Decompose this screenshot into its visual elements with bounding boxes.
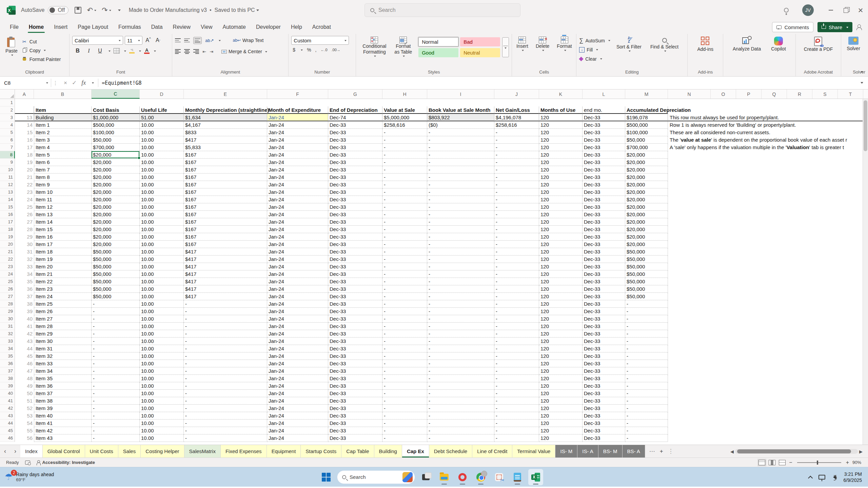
cell-style-good[interactable]: Good bbox=[418, 48, 458, 57]
cell[interactable]: Dec-33 bbox=[328, 248, 382, 256]
cell[interactable]: Item 5 bbox=[34, 151, 92, 159]
cell[interactable]: Jan-24 bbox=[267, 360, 328, 367]
cell[interactable]: Item 33 bbox=[34, 360, 92, 367]
cell[interactable]: - bbox=[382, 382, 427, 390]
cell[interactable]: - bbox=[427, 159, 494, 166]
cell[interactable]: - bbox=[427, 226, 494, 233]
row-number-37[interactable]: 37 bbox=[0, 367, 15, 375]
cell[interactable]: Dec-33 bbox=[328, 270, 382, 278]
cell-ref-number[interactable]: 53 bbox=[15, 412, 34, 420]
cell-ref-number[interactable]: 18 bbox=[15, 151, 34, 159]
cell[interactable]: Jan-24 bbox=[267, 405, 328, 412]
cell[interactable]: 10.00 bbox=[140, 375, 184, 382]
column-title-cell[interactable]: Accumulated Depreciation bbox=[625, 106, 668, 114]
cell[interactable]: - bbox=[427, 256, 494, 263]
cell[interactable]: - bbox=[382, 129, 427, 136]
cell[interactable]: $50,000 bbox=[625, 248, 668, 256]
cell[interactable]: Jan-24 bbox=[267, 308, 328, 315]
note-cell[interactable]: The 'value at sale' is dependent on the … bbox=[668, 136, 868, 144]
note-cell[interactable] bbox=[668, 397, 868, 405]
collapse-ribbon-icon[interactable] bbox=[861, 71, 863, 74]
cell[interactable]: 10.00 bbox=[140, 144, 184, 151]
column-header-C[interactable]: C bbox=[92, 89, 140, 99]
cell[interactable]: Item 9 bbox=[34, 181, 92, 188]
cell[interactable]: - bbox=[494, 323, 539, 330]
note-cell[interactable] bbox=[668, 248, 868, 256]
excel-taskbar-button[interactable]: X bbox=[528, 469, 543, 485]
note-cell[interactable] bbox=[668, 159, 868, 166]
cell[interactable]: - bbox=[382, 241, 427, 248]
insert-cells-button[interactable]: ←Insert bbox=[514, 36, 531, 52]
formula-input[interactable]: =Equipment!G8 bbox=[98, 77, 859, 89]
font-color-button[interactable]: A bbox=[144, 48, 150, 54]
cell[interactable]: - bbox=[382, 300, 427, 308]
column-header-P[interactable]: P bbox=[736, 89, 762, 99]
cell[interactable]: Dec-33 bbox=[328, 144, 382, 151]
cell[interactable]: Dec-33 bbox=[583, 270, 625, 278]
note-cell[interactable] bbox=[668, 218, 868, 226]
cell[interactable]: Building bbox=[34, 114, 92, 121]
note-cell[interactable] bbox=[668, 323, 868, 330]
row-number-26[interactable]: 26 bbox=[0, 285, 15, 293]
page-layout-view-button[interactable] bbox=[769, 460, 775, 465]
cell[interactable]: - bbox=[494, 315, 539, 323]
cell[interactable]: Item 40 bbox=[34, 412, 92, 420]
cell[interactable]: Item 41 bbox=[34, 420, 92, 427]
cell[interactable]: Jan-24 bbox=[267, 256, 328, 263]
cell[interactable]: $5,000,000 bbox=[382, 114, 427, 121]
cell[interactable]: 10.00 bbox=[140, 159, 184, 166]
cell[interactable]: 10.00 bbox=[140, 390, 184, 397]
cell[interactable]: Dec-33 bbox=[583, 308, 625, 315]
zoom-level[interactable]: 90% bbox=[852, 460, 861, 465]
cell[interactable]: Dec-33 bbox=[583, 315, 625, 323]
cell[interactable]: Dec-33 bbox=[328, 174, 382, 181]
cell[interactable]: 10.00 bbox=[140, 256, 184, 263]
sheet-tab-costing-helper[interactable]: Costing Helper bbox=[141, 445, 184, 458]
menu-tab-page-layout[interactable]: Page Layout bbox=[73, 20, 113, 34]
cell[interactable]: $20,000 bbox=[625, 203, 668, 211]
orientation-icon[interactable]: ab↗ bbox=[205, 38, 214, 43]
cell[interactable]: $20,000 bbox=[625, 174, 668, 181]
cell[interactable]: - bbox=[625, 427, 668, 434]
cell[interactable]: Item 14 bbox=[34, 218, 92, 226]
cell[interactable]: - bbox=[427, 136, 494, 144]
cell[interactable]: Dec-33 bbox=[328, 181, 382, 188]
cell[interactable]: - bbox=[494, 338, 539, 345]
cell[interactable]: $20,000 bbox=[92, 218, 140, 226]
sheet-tab-terminal-value[interactable]: Terminal Value bbox=[512, 445, 555, 458]
cell[interactable]: 51.00 bbox=[140, 114, 184, 121]
cell[interactable]: - bbox=[382, 308, 427, 315]
cell[interactable]: - bbox=[382, 405, 427, 412]
cell[interactable]: 10.00 bbox=[140, 211, 184, 218]
note-cell[interactable] bbox=[668, 196, 868, 203]
row-number-11[interactable]: 11 bbox=[0, 174, 15, 181]
cell[interactable]: - bbox=[382, 367, 427, 375]
cell[interactable]: - bbox=[625, 330, 668, 338]
decrease-decimal-button[interactable]: .00→ bbox=[332, 48, 340, 52]
row-number-6[interactable]: 6 bbox=[0, 136, 15, 144]
cell[interactable]: $417 bbox=[184, 248, 267, 256]
cell[interactable]: - bbox=[427, 300, 494, 308]
cell[interactable]: - bbox=[494, 129, 539, 136]
cell[interactable]: Dec-33 bbox=[328, 367, 382, 375]
cell[interactable]: Item 34 bbox=[34, 367, 92, 375]
cell[interactable]: Dec-33 bbox=[328, 293, 382, 300]
cell[interactable]: $20,000 bbox=[625, 241, 668, 248]
cell[interactable]: 120 bbox=[539, 412, 583, 420]
cell[interactable]: Jan-24 bbox=[267, 226, 328, 233]
cell[interactable]: 120 bbox=[539, 323, 583, 330]
cell[interactable]: 120 bbox=[539, 256, 583, 263]
cell[interactable]: $20,000 bbox=[92, 151, 140, 159]
cell[interactable]: Jan-24 bbox=[267, 375, 328, 382]
page-break-view-button[interactable] bbox=[779, 460, 786, 465]
cell[interactable]: $20,000 bbox=[625, 233, 668, 241]
cell[interactable]: - bbox=[427, 412, 494, 420]
cell[interactable]: - bbox=[625, 434, 668, 442]
cell[interactable]: 10.00 bbox=[140, 233, 184, 241]
cell[interactable]: Item 22 bbox=[34, 278, 92, 285]
conditional-formatting-button[interactable]: Conditional Formatting bbox=[359, 36, 390, 58]
find-select-button[interactable]: Find & Select bbox=[648, 36, 681, 53]
row-number-19[interactable]: 19 bbox=[0, 233, 15, 241]
cell[interactable]: - bbox=[494, 330, 539, 338]
note-cell[interactable] bbox=[668, 300, 868, 308]
